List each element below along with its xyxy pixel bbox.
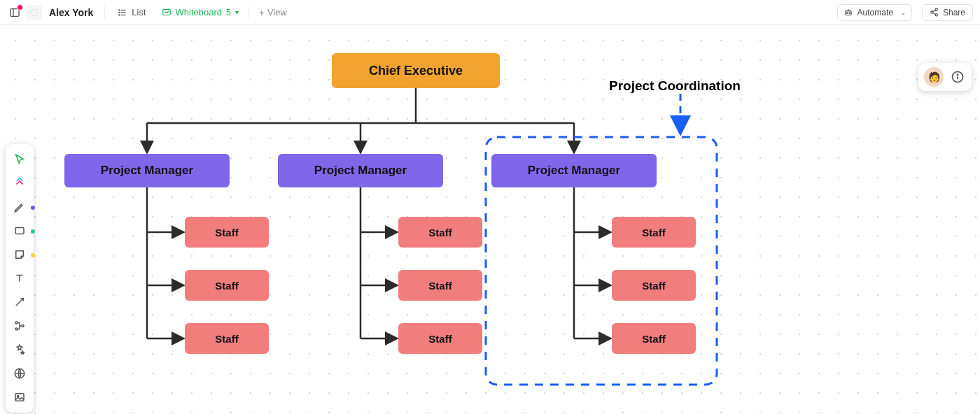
share-label: Share bbox=[943, 8, 965, 17]
svg-line-17 bbox=[933, 10, 936, 12]
svg-point-14 bbox=[935, 8, 937, 10]
whiteboard-canvas[interactable]: 🧑 bbox=[0, 25, 980, 414]
color-dot-icon bbox=[31, 206, 35, 210]
tab-whiteboard-label: Whiteboard bbox=[176, 7, 222, 17]
node-staff-2b[interactable]: Staff bbox=[398, 270, 482, 301]
node-label: Staff bbox=[215, 280, 238, 292]
node-label: Staff bbox=[428, 333, 451, 345]
svg-rect-19 bbox=[15, 228, 24, 234]
svg-point-12 bbox=[849, 12, 850, 13]
node-label: Project Manager bbox=[101, 164, 193, 178]
tool-schema[interactable] bbox=[8, 315, 31, 337]
node-label: Staff bbox=[642, 333, 665, 345]
node-staff-1a[interactable]: Staff bbox=[185, 217, 269, 248]
svg-point-16 bbox=[935, 14, 937, 16]
svg-point-22 bbox=[15, 322, 18, 324]
plus-icon: + bbox=[259, 7, 265, 18]
node-project-manager-3[interactable]: Project Manager bbox=[491, 154, 657, 187]
svg-point-2 bbox=[31, 9, 37, 15]
node-label: Staff bbox=[642, 227, 665, 238]
svg-point-23 bbox=[15, 328, 18, 330]
automate-label: Automate bbox=[858, 8, 893, 17]
svg-point-6 bbox=[119, 9, 120, 10]
node-staff-2a[interactable]: Staff bbox=[398, 217, 482, 248]
node-staff-3c[interactable]: Staff bbox=[612, 323, 696, 354]
node-staff-3b[interactable]: Staff bbox=[612, 270, 696, 301]
whiteboard-toolbar bbox=[6, 144, 34, 413]
tool-rectangle[interactable] bbox=[8, 220, 31, 242]
node-label: Staff bbox=[642, 280, 665, 292]
node-staff-3a[interactable]: Staff bbox=[612, 217, 696, 248]
tool-ai[interactable] bbox=[8, 338, 31, 361]
info-icon[interactable] bbox=[949, 69, 966, 85]
chevron-down-icon: ⌄ bbox=[900, 8, 906, 16]
tool-shapes[interactable] bbox=[8, 172, 31, 194]
svg-rect-9 bbox=[162, 9, 170, 15]
annotation-project-coordination[interactable]: Project Coordination bbox=[609, 78, 741, 94]
tool-text[interactable] bbox=[8, 267, 31, 290]
tab-list-label: List bbox=[132, 7, 146, 17]
svg-line-18 bbox=[933, 13, 936, 14]
tool-image[interactable] bbox=[8, 386, 31, 408]
workspace-icon[interactable] bbox=[27, 5, 42, 20]
color-dot-icon bbox=[31, 229, 35, 234]
node-label: Project Manager bbox=[528, 164, 620, 178]
node-staff-2c[interactable]: Staff bbox=[398, 323, 482, 354]
svg-point-30 bbox=[957, 74, 958, 75]
topbar: Alex York List Whiteboard 5 ▾ + View Aut… bbox=[0, 0, 980, 25]
tab-list[interactable]: List bbox=[111, 3, 153, 22]
node-label: Staff bbox=[428, 227, 451, 238]
svg-rect-26 bbox=[15, 394, 24, 401]
tab-whiteboard-count: 5 bbox=[226, 8, 231, 17]
separator bbox=[104, 6, 105, 19]
node-chief-executive[interactable]: Chief Executive bbox=[332, 53, 500, 88]
svg-point-24 bbox=[22, 325, 24, 327]
node-project-manager-1[interactable]: Project Manager bbox=[64, 154, 230, 187]
svg-point-8 bbox=[119, 14, 120, 15]
tool-pen[interactable] bbox=[8, 196, 31, 218]
svg-rect-0 bbox=[10, 8, 19, 16]
svg-point-7 bbox=[119, 12, 120, 13]
chevron-down-icon: ▾ bbox=[235, 8, 239, 16]
presence-panel: 🧑 bbox=[918, 63, 972, 91]
automate-button[interactable]: Automate ⌄ bbox=[837, 4, 912, 21]
tab-whiteboard[interactable]: Whiteboard 5 ▾ bbox=[155, 3, 246, 22]
tool-web[interactable] bbox=[8, 362, 31, 385]
avatar[interactable]: 🧑 bbox=[924, 67, 944, 87]
color-dot-icon bbox=[31, 253, 35, 257]
share-button[interactable]: Share bbox=[922, 4, 973, 21]
node-label: Staff bbox=[215, 333, 238, 345]
tool-cursor[interactable] bbox=[8, 148, 31, 171]
add-view-label: View bbox=[267, 7, 287, 17]
svg-point-11 bbox=[846, 12, 847, 13]
node-staff-1c[interactable]: Staff bbox=[185, 323, 269, 354]
view-tabs: List Whiteboard 5 ▾ + View bbox=[111, 3, 294, 22]
node-label: Staff bbox=[215, 227, 238, 238]
node-label: Chief Executive bbox=[369, 64, 463, 78]
node-staff-1b[interactable]: Staff bbox=[185, 270, 269, 301]
node-project-manager-2[interactable]: Project Manager bbox=[278, 154, 443, 187]
separator bbox=[248, 6, 249, 19]
add-view-button[interactable]: + View bbox=[252, 3, 294, 22]
node-label: Project Manager bbox=[314, 164, 407, 178]
sidebar-toggle-icon[interactable] bbox=[7, 5, 22, 20]
svg-point-15 bbox=[931, 11, 933, 13]
workspace-title: Alex York bbox=[49, 7, 93, 18]
tool-sticky[interactable] bbox=[8, 243, 31, 266]
tool-connector[interactable] bbox=[8, 291, 31, 313]
node-label: Staff bbox=[428, 280, 451, 292]
